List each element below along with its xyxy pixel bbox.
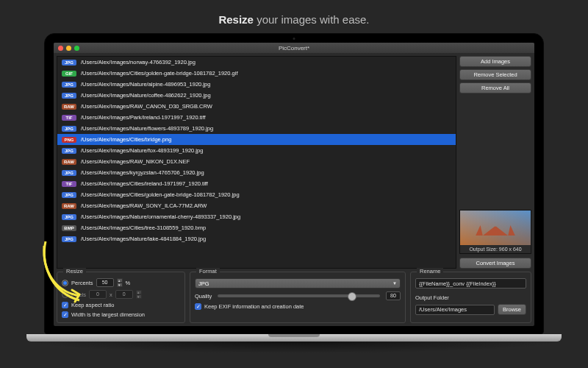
format-select-value: JPG xyxy=(198,280,209,287)
file-path: /Users/Alex/Images/Nature/alpine-4896953… xyxy=(81,81,210,88)
file-path: /Users/Alex/Images/Cities/tree-3108559_1… xyxy=(81,224,206,231)
pixels-height-input[interactable]: 0 xyxy=(115,290,133,299)
resize-title: Resize xyxy=(63,268,86,275)
filetype-badge: BMP xyxy=(62,225,76,231)
keep-ratio-checkbox[interactable] xyxy=(62,302,68,308)
file-path: /Users/Alex/Images/Nature/fox-4893199_19… xyxy=(81,147,203,154)
file-path: /Users/Alex/Images/Cities/golden-gate-br… xyxy=(81,191,240,198)
laptop-base xyxy=(26,334,562,342)
percents-radio[interactable] xyxy=(62,280,68,286)
add-images-button[interactable]: Add Images xyxy=(459,56,531,67)
percents-input[interactable]: 50 xyxy=(96,278,114,287)
pixels-sep: x xyxy=(110,291,112,298)
rename-title: Rename xyxy=(417,268,443,275)
file-path: /Users/Alex/Images/RAW_CANON_D30_SRGB.CR… xyxy=(81,103,212,110)
format-select[interactable]: JPG ▼ xyxy=(195,278,401,289)
window-title: PicConvert* xyxy=(54,45,534,52)
file-row[interactable]: RAW/Users/Alex/Images/RAW_CANON_D30_SRGB… xyxy=(57,101,456,112)
chevron-down-icon: ▼ xyxy=(392,281,397,286)
file-row[interactable]: RAW/Users/Alex/Images/RAW_NIKON_D1X.NEF xyxy=(57,156,456,167)
pixels-label: Pixels xyxy=(71,291,86,298)
keep-exif-label: Keep EXIF information and creation date xyxy=(204,303,304,310)
filetype-badge: JPG xyxy=(62,93,76,99)
file-path: /Users/Alex/Images/Nature/coffee-4862622… xyxy=(81,92,211,99)
file-row[interactable]: JPG/Users/Alex/Images/Nature/ornamental-… xyxy=(57,211,456,222)
filetype-badge: JPG xyxy=(62,192,76,198)
percent-sign: % xyxy=(126,280,131,286)
file-row[interactable]: GIF/Users/Alex/Images/Cities/golden-gate… xyxy=(57,68,456,79)
remove-selected-button[interactable]: Remove Selected xyxy=(459,69,531,80)
filetype-badge: TIF xyxy=(62,115,76,121)
preview-panel: Output Size: 960 x 640 xyxy=(459,210,531,254)
filetype-badge: PNG xyxy=(62,137,76,143)
file-path: /Users/Alex/Images/Cities/bridge.png xyxy=(81,136,171,143)
filetype-badge: TIF xyxy=(62,181,76,187)
pixels-radio[interactable] xyxy=(62,291,68,298)
file-row[interactable]: JPG/Users/Alex/Images/kyrgyzstan-4765706… xyxy=(57,167,456,178)
convert-button[interactable]: Convert Images xyxy=(459,258,531,269)
format-title: Format xyxy=(196,268,220,275)
file-row[interactable]: JPG/Users/Alex/Images/Nature/flowers-489… xyxy=(57,123,456,134)
file-row[interactable]: JPG/Users/Alex/Images/Nature/fox-4893199… xyxy=(57,145,456,156)
filetype-badge: JPG xyxy=(62,214,76,220)
quality-slider[interactable] xyxy=(218,294,380,297)
file-row[interactable]: JPG/Users/Alex/Images/Cities/golden-gate… xyxy=(57,189,456,200)
file-path: /Users/Alex/Images/RAW_SONY_ILCA-77M2.AR… xyxy=(81,202,207,209)
remove-all-button[interactable]: Remove All xyxy=(459,82,531,93)
file-row[interactable]: JPG/Users/Alex/Images/norway-4766392_192… xyxy=(57,57,456,68)
keep-ratio-label: Keep aspect ratio xyxy=(71,302,114,308)
close-icon[interactable] xyxy=(58,46,63,51)
pixels-stepper[interactable]: ▴▾ xyxy=(136,290,142,299)
laptop-frame: PicConvert* JPG/Users/Alex/Images/norway… xyxy=(44,33,544,353)
titlebar[interactable]: PicConvert* xyxy=(54,43,534,53)
preview-image xyxy=(460,210,531,245)
keep-exif-checkbox[interactable] xyxy=(195,303,201,310)
file-path: /Users/Alex/Images/kyrgyzstan-4765706_19… xyxy=(81,169,204,176)
filetype-badge: JPG xyxy=(62,148,76,154)
preview-size-label: Output Size: 960 x 640 xyxy=(460,245,531,253)
file-row[interactable]: PNG/Users/Alex/Images/Cities/bridge.png xyxy=(57,134,456,145)
file-row[interactable]: JPG/Users/Alex/Images/Nature/lake-484188… xyxy=(57,233,456,244)
pixels-width-input[interactable]: 0 xyxy=(89,290,107,299)
file-row[interactable]: JPG/Users/Alex/Images/Nature/alpine-4896… xyxy=(57,79,456,90)
file-row[interactable]: JPG/Users/Alex/Images/Nature/coffee-4862… xyxy=(57,90,456,101)
tagline: Resize your images with ease. xyxy=(0,0,588,33)
filetype-badge: JPG xyxy=(62,82,76,88)
filetype-badge: RAW xyxy=(62,159,76,165)
output-folder-input[interactable]: /Users/Alex/Images xyxy=(415,305,495,315)
filetype-badge: JPG xyxy=(62,60,76,66)
minimize-icon[interactable] xyxy=(66,46,71,51)
format-panel: Format JPG ▼ Quality 80 xyxy=(190,272,406,323)
filetype-badge: RAW xyxy=(62,203,76,209)
app-window: PicConvert* JPG/Users/Alex/Images/norway… xyxy=(54,43,534,326)
filetype-badge: JPG xyxy=(62,236,76,242)
width-largest-label: Width is the largest dimension xyxy=(71,311,145,318)
browse-button[interactable]: Browse xyxy=(498,304,526,315)
quality-label: Quality xyxy=(195,293,212,300)
file-row[interactable]: TIF/Users/Alex/Images/Cities/ireland-197… xyxy=(57,178,456,189)
width-largest-checkbox[interactable] xyxy=(62,311,68,318)
camera-dot xyxy=(293,38,295,40)
file-path: /Users/Alex/Images/Nature/flowers-489378… xyxy=(81,125,213,132)
filetype-badge: GIF xyxy=(62,71,76,77)
file-row[interactable]: TIF/Users/Alex/Images/Park/ireland-19719… xyxy=(57,112,456,123)
rename-panel: Rename {{FileName}}_conv {{FileIndex}} O… xyxy=(410,272,531,323)
file-path: /Users/Alex/Images/Cities/ireland-197199… xyxy=(81,180,208,187)
rename-pattern-input[interactable]: {{FileName}}_conv {{FileIndex}} xyxy=(415,278,526,289)
file-path: /Users/Alex/Images/Cities/golden-gate-br… xyxy=(81,70,237,77)
laptop-shadow xyxy=(26,342,562,353)
resize-panel: Resize Percents 50 ▴▾ % Pixels 0 xyxy=(57,272,185,323)
percents-label: Percents xyxy=(71,280,93,286)
file-path: /Users/Alex/Images/Nature/ornamental-che… xyxy=(81,213,240,220)
filetype-badge: JPG xyxy=(62,170,76,176)
output-folder-label: Output Folder xyxy=(415,294,449,301)
file-list[interactable]: JPG/Users/Alex/Images/norway-4766392_192… xyxy=(57,56,456,269)
file-path: /Users/Alex/Images/Park/ireland-1971997_… xyxy=(81,114,206,121)
zoom-icon[interactable] xyxy=(74,46,79,51)
quality-value[interactable]: 80 xyxy=(386,291,401,300)
filetype-badge: JPG xyxy=(62,126,76,132)
file-row[interactable]: RAW/Users/Alex/Images/RAW_SONY_ILCA-77M2… xyxy=(57,200,456,211)
file-path: /Users/Alex/Images/RAW_NIKON_D1X.NEF xyxy=(81,158,190,165)
percents-stepper[interactable]: ▴▾ xyxy=(117,278,123,287)
file-row[interactable]: BMP/Users/Alex/Images/Cities/tree-310855… xyxy=(57,222,456,233)
